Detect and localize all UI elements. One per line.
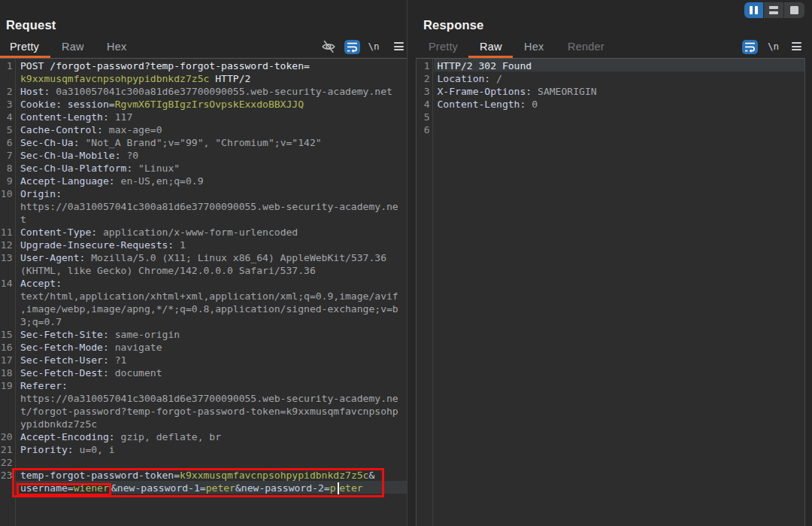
single-layout-button[interactable] bbox=[784, 2, 804, 18]
editor-text: POST /forgot-password?temp-forgot-passwo… bbox=[20, 59, 310, 72]
editor-text: k9xxmusqmfavcnpsohpypidbnkdz7z5c HTTP/2 bbox=[20, 72, 250, 85]
editor-row: 17Sec-Fetch-User: ?1 bbox=[0, 353, 407, 366]
response-tab-hex[interactable]: Hex bbox=[524, 41, 544, 52]
response-menu-icon[interactable] bbox=[792, 42, 801, 51]
editor-row: https://0a310057041c300a81d6e37700090055… bbox=[0, 199, 407, 212]
annotation-outer-box bbox=[12, 468, 384, 497]
line-number: 6 bbox=[0, 136, 13, 149]
request-tab-raw[interactable]: Raw bbox=[62, 41, 84, 52]
editor-row: 2Location: / bbox=[417, 71, 804, 84]
response-newline-icon[interactable]: \n bbox=[768, 41, 779, 52]
line-number: 21 bbox=[0, 443, 13, 456]
editor-row: 20Accept-Encoding: gzip, deflate, br bbox=[0, 430, 407, 442]
line-number: 3 bbox=[417, 85, 430, 98]
request-tab-hex[interactable]: Hex bbox=[107, 41, 126, 52]
word-wrap-icon bbox=[744, 41, 756, 53]
editor-row: 10Origin: bbox=[0, 187, 407, 199]
editor-row: 3Cookie: session=RgvmX6TIgBIgzIrsOvpskEx… bbox=[0, 97, 407, 110]
editor-row: 11Content-Type: application/x-www-form-u… bbox=[0, 225, 407, 238]
response-tab-pretty[interactable]: Pretty bbox=[429, 41, 458, 52]
editor-text: Cookie: session=RgvmX6TIgBIgzIrsOvpskExx… bbox=[20, 98, 304, 111]
line-number: 1 bbox=[0, 59, 13, 72]
editor-row: 21Priority: u=0, i bbox=[0, 442, 407, 455]
editor-row: t/forgot-password?temp-forgot-password-t… bbox=[0, 404, 407, 417]
editor-row: t bbox=[0, 212, 407, 225]
rows-layout-button[interactable] bbox=[764, 2, 783, 18]
editor-row: 2Host: 0a310057041c300a81d6e37700090055.… bbox=[0, 84, 407, 97]
editor-text: Content-Type: application/x-www-form-url… bbox=[20, 226, 298, 239]
line-number: 8 bbox=[0, 162, 13, 175]
request-word-wrap-button[interactable] bbox=[344, 40, 360, 54]
response-panel-title: Response bbox=[423, 20, 483, 31]
editor-row: https://0a310057041c300a81d6e37700090055… bbox=[0, 391, 407, 404]
response-tab-render[interactable]: Render bbox=[568, 41, 604, 52]
editor-text: Accept-Language: en-US,en;q=0.9 bbox=[20, 175, 204, 187]
line-number: 9 bbox=[0, 175, 13, 187]
line-number: 18 bbox=[0, 366, 13, 379]
line-number: 14 bbox=[0, 277, 13, 290]
editor-text: t bbox=[20, 213, 26, 226]
line-number: 22 bbox=[0, 456, 13, 469]
editor-row: 6Sec-Ch-Ua: "Not_A Brand";v="99", "Chrom… bbox=[0, 135, 407, 148]
request-tab-pretty[interactable]: Pretty bbox=[10, 41, 39, 52]
editor-text: User-Agent: Mozilla/5.0 (X11; Linux x86_… bbox=[20, 251, 386, 264]
line-number: 12 bbox=[0, 239, 13, 251]
editor-text: Accept: bbox=[20, 277, 62, 290]
editor-text: Sec-Ch-Ua-Platform: "Linux" bbox=[20, 162, 180, 175]
editor-text: Origin: bbox=[20, 187, 62, 200]
editor-text: Sec-Fetch-Mode: navigate bbox=[20, 341, 162, 354]
line-number: 4 bbox=[0, 111, 13, 123]
editor-row: 15Sec-Fetch-Site: same-origin bbox=[0, 327, 407, 340]
line-number: 15 bbox=[0, 328, 13, 341]
response-editor[interactable]: 1HTTP/2 302 Found2Location: /3X-Frame-Op… bbox=[416, 58, 805, 526]
editor-text: Cache-Control: max-age=0 bbox=[20, 123, 162, 136]
editor-row: ,image/webp,image/apng,*/*;q=0.8,applica… bbox=[0, 302, 407, 315]
line-number: 11 bbox=[0, 226, 13, 239]
request-menu-icon[interactable] bbox=[394, 42, 404, 51]
editor-row: 3X-Frame-Options: SAMEORIGIN bbox=[417, 84, 804, 97]
editor-row: 4Content-Length: 117 bbox=[0, 110, 407, 123]
text-caret bbox=[338, 482, 339, 494]
columns-layout-button[interactable] bbox=[744, 2, 763, 18]
editor-text: t/forgot-password?temp-forgot-password-t… bbox=[20, 405, 398, 418]
editor-row: k9xxmusqmfavcnpsohpypidbnkdz7z5c HTTP/2 bbox=[0, 71, 407, 84]
editor-row: 4Content-Length: 0 bbox=[417, 97, 804, 110]
editor-row: 12Upgrade-Insecure-Requests: 1 bbox=[0, 238, 407, 251]
editor-row: 1HTTP/2 302 Found bbox=[417, 59, 804, 71]
editor-text: https://0a310057041c300a81d6e37700090055… bbox=[20, 392, 398, 405]
line-number: 20 bbox=[0, 430, 13, 443]
editor-row: 22 bbox=[0, 455, 407, 468]
line-number: 6 bbox=[417, 123, 430, 136]
line-number: 17 bbox=[0, 354, 13, 366]
editor-row: (KHTML, like Gecko) Chrome/142.0.0.0 Saf… bbox=[0, 263, 407, 276]
editor-row: text/html,application/xhtml+xml,applicat… bbox=[0, 289, 407, 302]
line-number: 1 bbox=[417, 59, 430, 72]
editor-text: X-Frame-Options: SAMEORIGIN bbox=[438, 85, 597, 98]
editor-row: 8Sec-Ch-Ua-Platform: "Linux" bbox=[0, 161, 407, 174]
response-gutter-separator bbox=[432, 59, 433, 526]
hide-nonprintable-eye-off-icon[interactable] bbox=[321, 39, 336, 54]
request-editor[interactable]: 1POST /forgot-password?temp-forgot-passw… bbox=[0, 58, 407, 526]
line-number: 19 bbox=[0, 379, 13, 392]
line-number: 4 bbox=[417, 98, 430, 111]
request-panel-title: Request bbox=[6, 20, 56, 31]
editor-text: Host: 0a310057041c300a81d6e37700090055.w… bbox=[20, 85, 392, 98]
request-newline-icon[interactable]: \n bbox=[368, 41, 380, 52]
editor-text: https://0a310057041c300a81d6e37700090055… bbox=[20, 200, 398, 213]
editor-text: Referer: bbox=[20, 379, 68, 392]
line-number: 2 bbox=[0, 85, 13, 98]
editor-text: Sec-Ch-Ua-Mobile: ?0 bbox=[20, 149, 138, 162]
editor-row: 1POST /forgot-password?temp-forgot-passw… bbox=[0, 59, 407, 71]
editor-text: Accept-Encoding: gzip, deflate, br bbox=[20, 430, 221, 443]
editor-row: 5 bbox=[417, 110, 804, 123]
panel-divider[interactable] bbox=[407, 0, 408, 526]
editor-row: 16Sec-Fetch-Mode: navigate bbox=[0, 340, 407, 353]
line-number: 7 bbox=[0, 149, 13, 162]
response-word-wrap-button[interactable] bbox=[742, 40, 758, 54]
response-tab-raw[interactable]: Raw bbox=[480, 41, 502, 52]
editor-row: 14Accept: bbox=[0, 276, 407, 289]
editor-row: ypidbnkdz7z5c bbox=[0, 417, 407, 430]
editor-row: 6 bbox=[417, 123, 804, 135]
editor-text: Content-Length: 117 bbox=[20, 111, 132, 123]
editor-text: ,image/webp,image/apng,*/*;q=0.8,applica… bbox=[20, 303, 398, 315]
